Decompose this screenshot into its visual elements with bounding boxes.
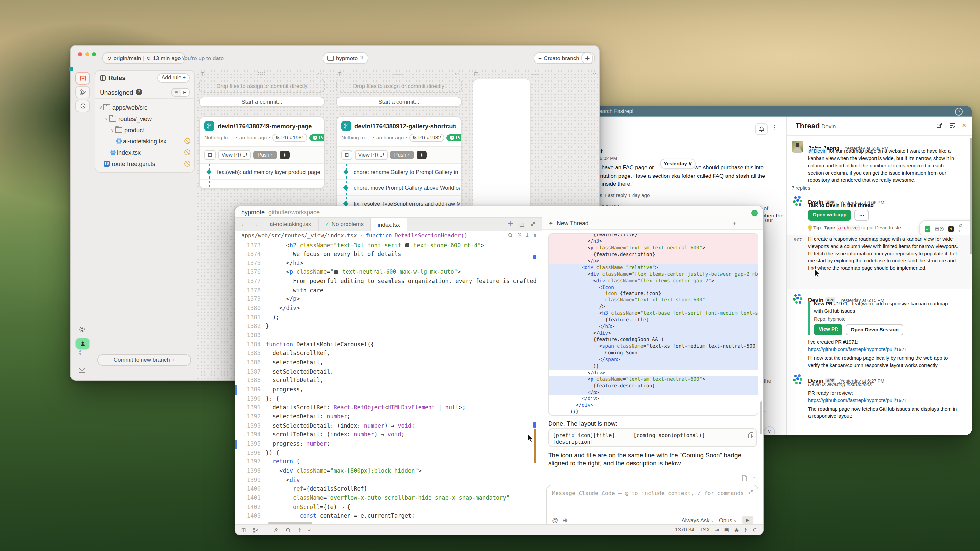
commit-to-new-branch-button[interactable]: Commit to new branch + bbox=[97, 354, 191, 365]
code-line-1388[interactable]: 1388 scrollToDetail, bbox=[235, 376, 538, 386]
devin-avatar[interactable] bbox=[792, 195, 803, 207]
start-commit-button[interactable]: Start a commit... bbox=[199, 97, 325, 107]
breadcrumb-symbol[interactable]: DetailsSectionHeader() bbox=[395, 232, 468, 238]
tree-view-icon[interactable]: ⊟ bbox=[181, 88, 189, 95]
tree-item-index-tsx[interactable]: index.tsx bbox=[97, 147, 193, 158]
check-emoji-button[interactable]: ✓ bbox=[925, 226, 931, 232]
terminal-icon[interactable]: ▣ bbox=[724, 527, 729, 533]
code-line-1376[interactable]: 1376 <p className=" text-neutral-600 max… bbox=[235, 268, 538, 277]
tree-item-apps-web-src[interactable]: ∨apps/web/src bbox=[97, 102, 193, 113]
view-pr-button[interactable]: View PR bbox=[814, 324, 843, 335]
pr-link[interactable]: https://github.com/fastrepl/hyprnote/pul… bbox=[808, 397, 907, 405]
tree-item-routetree-gen-ts[interactable]: TSrouteTree.gen.ts bbox=[97, 158, 193, 169]
collapse-lane-icon[interactable]: ◫ bbox=[474, 71, 479, 76]
commit-row[interactable]: feat(web): add memory layer product page bbox=[200, 164, 324, 180]
user-avatar[interactable] bbox=[75, 338, 90, 350]
more-options-button[interactable]: ⋯ bbox=[855, 210, 869, 221]
add-rule-button[interactable]: Add rule + bbox=[158, 73, 190, 82]
sort-icon[interactable]: ⇅ bbox=[534, 232, 536, 238]
code-line-1378[interactable]: 1378 with care bbox=[235, 286, 538, 295]
lane-menu-icon[interactable]: ⋯ bbox=[317, 71, 323, 77]
editor-branch-name[interactable]: gitbutler/workspace bbox=[269, 209, 320, 216]
code-line-1393[interactable]: 1393 setSelectedDetail: (index: number) … bbox=[235, 421, 538, 430]
notifications-bell-button[interactable] bbox=[755, 123, 768, 135]
tree-item-product[interactable]: ∨product bbox=[97, 124, 193, 135]
code-line-1375[interactable]: 1375 </h2> bbox=[235, 259, 538, 268]
permission-mode-select[interactable]: Always Ask ∨ bbox=[682, 517, 714, 523]
tree-item-ai-notetaking-tsx[interactable]: ai-notetaking.tsx bbox=[97, 135, 193, 147]
devin-avatar[interactable] bbox=[792, 293, 803, 305]
collab-status-dot[interactable] bbox=[751, 209, 758, 216]
slack-search-input[interactable]: Search Fastrepl bbox=[598, 108, 633, 114]
branch-icon[interactable] bbox=[253, 527, 258, 532]
copy-icon[interactable] bbox=[748, 432, 753, 438]
indent-icon[interactable]: ⇥ bbox=[715, 527, 719, 532]
code-line-1383[interactable]: 1383 bbox=[235, 331, 538, 340]
split-pane-icon[interactable]: ◫ bbox=[519, 221, 524, 227]
ci-status-badge[interactable]: ✓Passed bbox=[309, 134, 325, 141]
ai-commit-button[interactable] bbox=[417, 151, 426, 159]
open-in-window-icon[interactable] bbox=[936, 122, 942, 128]
debug-icon[interactable]: ◉ bbox=[734, 527, 739, 533]
l***REMOVED***-mode[interactable]: TSX bbox=[700, 527, 710, 533]
assistant-menu-icon[interactable]: ⋯ bbox=[751, 221, 757, 226]
commit-row[interactable]: chore: rename Gallery to Prompt Gallery … bbox=[337, 164, 461, 180]
outline-list-icon[interactable]: ≡ bbox=[264, 527, 267, 533]
open-web-app-button[interactable]: Open web app bbox=[808, 210, 851, 221]
branch-name[interactable]: devin/1764380749-memory-page bbox=[218, 122, 312, 129]
code-line-1392[interactable]: 1392 selectedDetail: number; bbox=[235, 413, 538, 421]
view-toggle[interactable]: ≡⊟ bbox=[171, 87, 190, 96]
assistant-scrollbar[interactable] bbox=[760, 401, 762, 434]
pr-pill[interactable]: PR #1981 bbox=[273, 133, 307, 142]
push-button[interactable]: Push↑ bbox=[390, 151, 414, 159]
quick-actions-bolt-icon[interactable] bbox=[298, 527, 301, 532]
send-button[interactable]: ▶ bbox=[742, 516, 753, 524]
more-vertical-icon[interactable]: ⋮ bbox=[772, 124, 778, 131]
settings-button[interactable] bbox=[75, 323, 89, 335]
code-line-1374[interactable]: 1374 We focus on every bit of details bbox=[235, 250, 538, 259]
code-line-1377[interactable]: 1377 From powerful editing to seamless o… bbox=[235, 277, 538, 286]
code-line-1390[interactable]: 1390}: { bbox=[235, 394, 538, 403]
expand-icon[interactable] bbox=[530, 222, 536, 227]
new-tab-icon[interactable]: + bbox=[507, 219, 514, 230]
tab-diagnostics[interactable]: ✓No problems bbox=[318, 218, 371, 230]
ai-commit-button[interactable] bbox=[280, 151, 290, 159]
copilot-bolt-icon[interactable] bbox=[744, 527, 747, 532]
code-editor[interactable]: 1373 <h2 className="text-3xl font-serif … bbox=[235, 241, 538, 521]
code-line-1389[interactable]: 1389 progress, bbox=[235, 386, 538, 394]
help-icon[interactable]: ? bbox=[955, 108, 963, 116]
code-line-1391[interactable]: 1391 detailsScrollRef: React.RefObject<H… bbox=[235, 403, 538, 413]
chevron-expand-icon[interactable]: ∧∨ bbox=[79, 350, 82, 355]
list-view-icon[interactable]: ≡ bbox=[172, 88, 181, 95]
filter-list-icon[interactable] bbox=[949, 122, 956, 128]
code-line-1398[interactable]: 1398 <div className="max-[800px]:block h… bbox=[235, 467, 538, 476]
search-icon[interactable] bbox=[508, 232, 513, 238]
markdown-file-icon[interactable] bbox=[742, 475, 747, 481]
nav-forward-icon[interactable]: → bbox=[252, 221, 258, 228]
remote-status-pill[interactable]: ↻ origin/main | ↻ 13 min ago bbox=[102, 52, 186, 64]
code-line-1373[interactable]: 1373 <h2 className="text-3xl font-serif … bbox=[235, 241, 538, 250]
ci-status-badge[interactable]: ✓Passed bbox=[446, 134, 461, 141]
add-context-icon[interactable]: ⊕ bbox=[563, 517, 568, 523]
devin-avatar[interactable] bbox=[792, 373, 803, 386]
code-line-1379[interactable]: 1379 </p> bbox=[235, 295, 538, 304]
code-line-1386[interactable]: 1386 selectedDetail, bbox=[235, 358, 538, 367]
branches-nav-button[interactable] bbox=[75, 86, 90, 98]
commit-window-button[interactable]: ⊞ bbox=[204, 150, 215, 160]
branch-menu-icon[interactable]: ⋯ bbox=[450, 152, 456, 158]
chevron-down-icon[interactable]: ∨ bbox=[104, 116, 109, 121]
diagnostics-check-icon[interactable]: ✓ bbox=[308, 527, 312, 533]
history-icon[interactable]: ≡ bbox=[742, 221, 745, 226]
code-line-1399[interactable]: 1399 <div bbox=[235, 476, 538, 484]
drag-handle[interactable] bbox=[257, 72, 265, 75]
collapse-lane-icon[interactable]: ◫ bbox=[200, 71, 205, 76]
ai-actions-button[interactable] bbox=[581, 52, 593, 64]
search-icon[interactable] bbox=[286, 527, 291, 532]
add-reaction-button[interactable]: ☺⁺ bbox=[958, 223, 966, 235]
code-line-1385[interactable]: 1385 detailsScrollRef, bbox=[235, 349, 538, 358]
tree-item-routes-view[interactable]: ∨routes/_view bbox=[97, 113, 193, 124]
drag-handle[interactable] bbox=[394, 72, 402, 75]
mention-context-icon[interactable]: @ bbox=[552, 517, 558, 523]
code-line-1400[interactable]: 1400 ref={detailsScrollRef} bbox=[235, 484, 538, 494]
code-line-1382[interactable]: 1382} bbox=[235, 322, 538, 331]
